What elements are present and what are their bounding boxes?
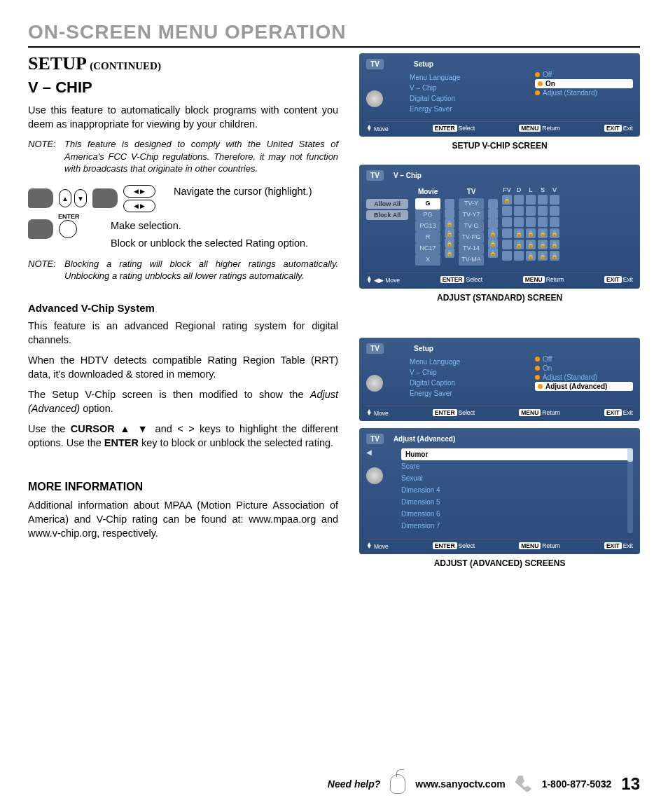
lock-icon[interactable] bbox=[445, 209, 454, 219]
lock-icon[interactable] bbox=[514, 251, 524, 261]
lock-icon[interactable]: 🔒 bbox=[538, 251, 548, 261]
lock-icon[interactable]: 🔒 bbox=[502, 195, 512, 205]
rating-cell[interactable]: TV-Y7 bbox=[459, 209, 484, 221]
menu-option[interactable]: Off bbox=[535, 70, 633, 79]
adv-p4: Use the CURSOR ▲ ▼ and < > keys to highl… bbox=[28, 422, 338, 450]
lock-icon[interactable]: 🔒 bbox=[550, 251, 559, 261]
rating-cell[interactable]: TV-Y bbox=[459, 198, 484, 209]
tv-lock-column: 🔒🔒🔒 bbox=[488, 186, 498, 266]
lock-icon[interactable] bbox=[488, 219, 498, 228]
menu-option[interactable]: Adjust (Advanced) bbox=[535, 382, 633, 391]
enter-text-1: Make selection. bbox=[111, 219, 338, 233]
menu-item[interactable]: Digital Caption bbox=[410, 378, 528, 388]
more-info-heading: MORE INFORMATION bbox=[28, 481, 338, 493]
rating-cell[interactable]: TV-G bbox=[459, 221, 484, 232]
tv-tab: TV bbox=[366, 434, 384, 444]
lock-icon[interactable] bbox=[514, 206, 524, 216]
menu-item[interactable]: Menu Language bbox=[410, 357, 528, 367]
lock-icon[interactable] bbox=[550, 206, 559, 216]
lock-icon[interactable]: 🔒 bbox=[445, 228, 454, 238]
lock-icon[interactable]: 🔒 bbox=[526, 251, 536, 261]
lock-icon[interactable]: 🔒 bbox=[488, 248, 498, 258]
allow-all-button[interactable]: Allow All bbox=[366, 199, 408, 209]
lock-icon[interactable] bbox=[502, 217, 512, 227]
lock-icon[interactable]: 🔒 bbox=[514, 228, 524, 238]
menu-option[interactable]: Adjust (Standard) bbox=[535, 373, 633, 382]
menu-option[interactable]: Off bbox=[535, 355, 633, 364]
rating-cell[interactable]: TV-14 bbox=[459, 243, 484, 254]
lock-icon[interactable]: 🔒 bbox=[538, 240, 548, 249]
dimension-item[interactable]: Humor bbox=[401, 448, 633, 460]
sub-rating-head: L bbox=[526, 186, 536, 193]
rating-cell[interactable]: G bbox=[415, 198, 440, 209]
movie-ratings-column: Movie GPGPG13RNC17X bbox=[415, 186, 440, 266]
scrollbar-thumb[interactable] bbox=[627, 449, 633, 462]
lock-icon[interactable] bbox=[514, 195, 524, 205]
lock-icon[interactable]: 🔒 bbox=[445, 238, 454, 248]
sub-rating-head: V bbox=[550, 186, 559, 193]
screen-footer: ▲▼ ◀▶ Move ENTERSelect MENUReturn EXITEx… bbox=[366, 273, 633, 284]
tv-heading: TV bbox=[459, 186, 484, 197]
lock-icon[interactable] bbox=[502, 206, 512, 216]
lock-icon[interactable] bbox=[502, 228, 512, 238]
lock-icon[interactable] bbox=[488, 199, 498, 209]
lock-icon[interactable] bbox=[550, 195, 559, 205]
lock-icon[interactable]: 🔒 bbox=[514, 240, 524, 249]
dimension-item[interactable]: Dimension 7 bbox=[401, 520, 633, 532]
rating-cell[interactable]: X bbox=[415, 254, 440, 266]
dimension-item[interactable]: Scare bbox=[401, 460, 633, 472]
rating-cell[interactable]: R bbox=[415, 232, 440, 243]
lock-icon[interactable] bbox=[538, 206, 548, 216]
foot-exit-badge: EXIT bbox=[604, 542, 622, 549]
lock-icon[interactable] bbox=[488, 209, 498, 219]
menu-item[interactable]: Menu Language bbox=[410, 72, 528, 83]
menu-item[interactable]: V – Chip bbox=[410, 367, 528, 378]
lock-icon[interactable]: 🔒 bbox=[488, 238, 498, 248]
dimension-item[interactable]: Sexual bbox=[401, 472, 633, 484]
lock-icon[interactable]: 🔒 bbox=[445, 219, 454, 228]
lock-icon[interactable] bbox=[514, 217, 524, 227]
scrollbar[interactable] bbox=[627, 449, 633, 533]
screen-footer: ▲▼ Move ENTERSelect MENUReturn EXITExit bbox=[366, 406, 633, 417]
menu-option[interactable]: Adjust (Standard) bbox=[535, 88, 633, 97]
lock-icon[interactable] bbox=[550, 217, 559, 227]
lock-icon[interactable] bbox=[526, 206, 536, 216]
menu-option[interactable]: On bbox=[535, 364, 633, 373]
rating-cell[interactable]: TV-MA bbox=[459, 254, 484, 266]
lock-icon[interactable] bbox=[538, 195, 548, 205]
foot-exit-badge: EXIT bbox=[604, 409, 622, 416]
dimension-item[interactable]: Dimension 4 bbox=[401, 484, 633, 496]
lock-icon[interactable]: 🔒 bbox=[526, 228, 536, 238]
sub-rating-head: D bbox=[514, 186, 524, 193]
menu-item[interactable]: V – Chip bbox=[410, 83, 528, 93]
rating-cell[interactable]: TV-PG bbox=[459, 232, 484, 243]
menu-item[interactable]: Energy Saver bbox=[410, 104, 528, 114]
lock-icon[interactable]: 🔒 bbox=[445, 248, 454, 258]
lock-icon[interactable] bbox=[538, 217, 548, 227]
lock-icon[interactable] bbox=[502, 240, 512, 249]
dimension-item[interactable]: Dimension 6 bbox=[401, 508, 633, 520]
lock-icon[interactable] bbox=[445, 199, 454, 209]
left-right-key-icon: ◀ ▶ bbox=[123, 200, 155, 212]
lock-icon[interactable] bbox=[502, 251, 512, 261]
lock-icon[interactable]: 🔒 bbox=[550, 228, 559, 238]
lock-icon[interactable]: 🔒 bbox=[526, 240, 536, 249]
menu-item[interactable]: Energy Saver bbox=[410, 388, 528, 399]
foot-enter-badge: ENTER bbox=[433, 409, 457, 416]
foot-exit-badge: EXIT bbox=[604, 125, 622, 132]
menu-item[interactable]: Digital Caption bbox=[410, 93, 528, 104]
lock-icon[interactable]: 🔒 bbox=[550, 240, 559, 249]
lock-icon[interactable]: 🔒 bbox=[538, 228, 548, 238]
menu-option[interactable]: On bbox=[535, 79, 633, 88]
block-all-button[interactable]: Block All bbox=[366, 210, 408, 220]
lock-icon[interactable]: 🔒 bbox=[488, 228, 498, 238]
lock-icon[interactable] bbox=[526, 195, 536, 205]
rating-cell[interactable]: NC17 bbox=[415, 243, 440, 254]
adv-p2: When the HDTV detects compatible Rating … bbox=[28, 354, 338, 381]
dimension-item[interactable]: Dimension 5 bbox=[401, 496, 633, 508]
mouse-icon bbox=[390, 774, 405, 794]
lock-icon[interactable] bbox=[526, 217, 536, 227]
note-1-body: This feature is designed to comply with … bbox=[64, 138, 338, 175]
rating-cell[interactable]: PG13 bbox=[415, 221, 440, 232]
rating-cell[interactable]: PG bbox=[415, 209, 440, 221]
